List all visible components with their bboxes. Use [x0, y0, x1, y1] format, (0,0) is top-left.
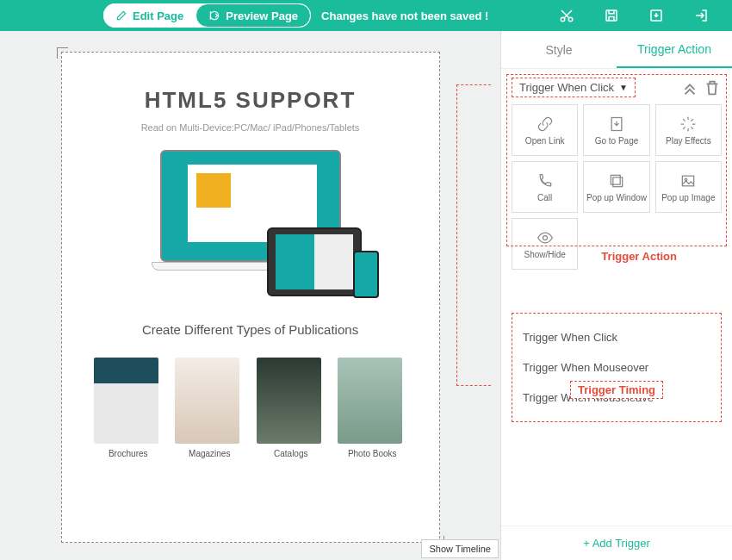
selected-page[interactable]: HTML5 SUPPORT Read on Multi-Device:PC/Ma… [61, 52, 440, 543]
trigger-header: Trigger When Click ▼ [512, 78, 722, 97]
timing-list: Trigger When Click Trigger When Mouseove… [512, 313, 722, 422]
timing-click[interactable]: Trigger When Click [523, 322, 710, 352]
thumb-magazines: Magazines [175, 358, 244, 458]
action-play-effects[interactable]: Play Effects [655, 104, 722, 156]
sidebar: Style Trigger Action Trigger When Click … [500, 31, 732, 560]
trigger-panel: Trigger When Click ▼ Open Link Go to Pag… [501, 69, 732, 526]
add-trigger-button[interactable]: + Add Trigger [501, 526, 732, 560]
canvas-area: HTML5 SUPPORT Read on Multi-Device:PC/Ma… [0, 31, 500, 560]
svg-rect-7 [683, 176, 694, 186]
svg-point-9 [543, 235, 547, 240]
save-status: Changes have not been saved ! [321, 9, 488, 22]
exit-icon[interactable] [687, 2, 715, 29]
action-grid: Open Link Go to Page Play Effects Call P… [512, 104, 722, 270]
cut-icon[interactable] [553, 2, 580, 29]
action-call[interactable]: Call [512, 161, 578, 213]
edit-page-label: Edit Page [133, 9, 183, 22]
page-title: HTML5 SUPPORT [79, 87, 422, 114]
devices-illustration [79, 150, 422, 296]
show-timeline-button[interactable]: Show Timeline [421, 539, 499, 558]
annotation-timing-label: Trigger Timing [570, 381, 663, 399]
preview-page-button[interactable]: Preview Page [195, 3, 311, 28]
svg-point-0 [561, 17, 565, 22]
svg-rect-5 [613, 177, 623, 186]
delete-icon[interactable] [703, 78, 722, 97]
thumb-catalogs: Catalogs [257, 358, 326, 458]
collapse-icon[interactable] [680, 78, 699, 97]
mode-switch: Edit Page Preview Page [103, 3, 311, 28]
tab-trigger-action[interactable]: Trigger Action [617, 31, 732, 68]
sidebar-tabs: Style Trigger Action [501, 31, 732, 69]
action-goto-page[interactable]: Go to Page [583, 104, 649, 156]
action-open-link[interactable]: Open Link [512, 104, 578, 156]
import-icon[interactable] [642, 2, 670, 29]
svg-rect-6 [611, 175, 620, 184]
svg-point-1 [568, 17, 573, 22]
svg-rect-2 [606, 10, 617, 21]
publications-heading: Create Different Types of Publications [79, 322, 422, 337]
trigger-timing-dropdown[interactable]: Trigger When Click ▼ [512, 78, 636, 97]
edit-page-button[interactable]: Edit Page [103, 3, 195, 28]
topbar: Edit Page Preview Page Changes have not … [0, 0, 732, 31]
action-popup-window[interactable]: Pop up Window [583, 161, 649, 213]
action-show-hide[interactable]: Show/Hide [512, 218, 578, 270]
save-icon[interactable] [598, 2, 625, 29]
chevron-down-icon: ▼ [619, 83, 628, 92]
thumb-photobooks: Photo Books [338, 358, 406, 458]
page-subtitle: Read on Multi-Device:PC/Mac/ iPad/Phones… [79, 122, 422, 133]
annotation-action-label: Trigger Action [598, 250, 680, 263]
publication-thumbs: Brochures Magazines Catalogs Photo Books [79, 358, 422, 458]
action-popup-image[interactable]: Pop up Image [655, 161, 722, 213]
tab-style[interactable]: Style [501, 31, 617, 68]
main: HTML5 SUPPORT Read on Multi-Device:PC/Ma… [0, 31, 732, 560]
annotation-connector [456, 84, 491, 386]
thumb-brochures: Brochures [94, 358, 163, 458]
timing-mouseover[interactable]: Trigger When Mouseover [523, 352, 710, 383]
preview-page-label: Preview Page [226, 9, 298, 22]
